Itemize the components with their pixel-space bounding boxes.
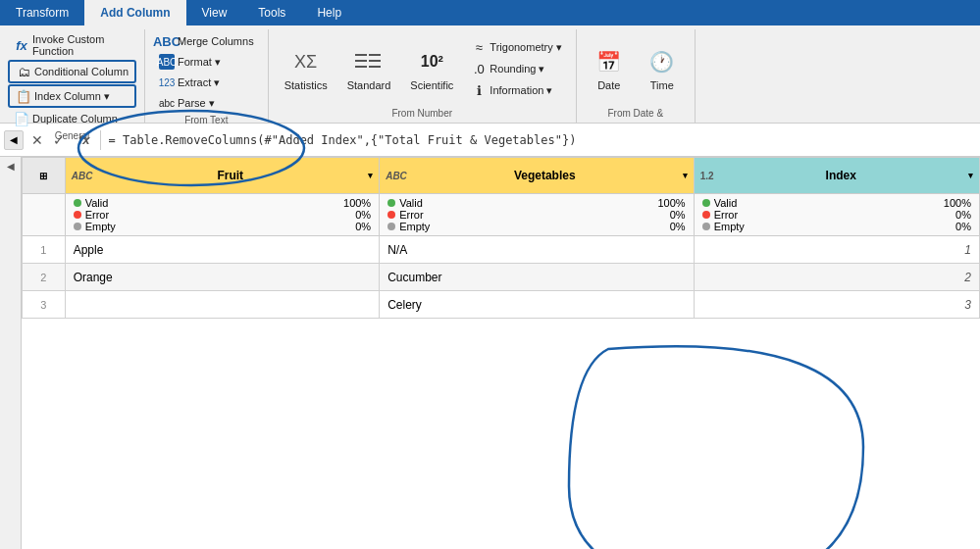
veg-stats: Valid 100% Error 0% Empty 0% [380,194,694,236]
merge-columns-icon: ABC [159,33,175,49]
confirm-button[interactable]: ✓ [49,130,69,150]
merge-columns-button[interactable]: ABC Merge Columns [153,31,260,51]
veg-empty-label: Empty [399,221,430,232]
conditional-column-icon: 🗂 [16,64,31,79]
tab-transform[interactable]: Transform [0,0,84,25]
ribbon: Transform Add Column View Tools Help fx … [0,0,980,124]
fruit-error-dot [74,211,81,219]
trigonometry-button[interactable]: ≈ Trigonometry ▾ [465,37,567,57]
tab-add-column[interactable]: Add Column [84,0,185,25]
duplicate-column-button[interactable]: 📄 Duplicate Column [8,109,136,128]
date-label: Date [597,79,620,91]
fruit-dropdown-icon[interactable]: ▾ [368,171,373,180]
veg-empty-pct: 0% [670,221,686,232]
index-column-button[interactable]: 📋 Index Column ▾ [8,84,136,108]
row-num-1: 1 [23,236,66,264]
information-icon: ℹ [471,82,487,98]
standard-button[interactable]: Standard [339,42,399,95]
ribbon-from-number-items: XΣ Statistics [277,31,568,106]
index-column-icon: 📋 [16,88,31,104]
formula-input[interactable] [105,131,976,149]
fruit-error-label: Error [85,209,109,221]
duplicate-column-icon: 📄 [14,111,29,126]
index-valid-pct: 100% [944,197,971,209]
statistics-button[interactable]: XΣ Statistics [277,42,335,95]
veg-error-dot [387,211,395,219]
fruit-stats: Valid 100% Error 0% Empty 0% [65,194,379,236]
extract-icon: 123 [159,75,175,90]
information-button[interactable]: ℹ Information ▾ [465,80,567,100]
index-column-label: Index Column ▾ [34,90,110,103]
collapse-arrow: ◀ [7,161,15,172]
fruit-valid-pct: 100% [343,197,371,209]
veg-empty-stat: Empty 0% [387,221,685,232]
data-table: ⊞ ABC Fruit ▾ ABC Vegetables [22,157,980,319]
sidebar-collapse[interactable]: ◀ [0,157,22,549]
scientific-icon: 10² [416,46,447,77]
table-selector-icon: ⊞ [39,171,47,181]
veg-error-pct: 0% [670,209,686,221]
veg-type-icon: ABC [386,171,407,181]
rounding-button[interactable]: .0 Rounding ▾ [465,59,567,78]
svg-rect-0 [355,54,367,56]
veg-dropdown-icon[interactable]: ▾ [683,171,688,180]
corner-cell: ⊞ [23,158,66,194]
fruit-cell-1: Apple [65,236,379,264]
format-button[interactable]: ABC Format ▾ [153,52,260,72]
standard-icon [353,46,385,77]
stats-row: Valid 100% Error 0% Empty 0% [23,194,980,236]
statistics-icon: XΣ [290,46,322,77]
index-stats: Valid 100% Error 0% Empty 0% [694,194,979,236]
scientific-button[interactable]: 10² Scientific [402,42,461,95]
collapse-button[interactable]: ◀ [4,130,24,150]
fruit-empty-dot [74,223,81,230]
ribbon-general-items: fx Invoke CustomFunction 🗂 Conditional C… [8,31,136,128]
tab-help[interactable]: Help [301,0,357,25]
svg-rect-5 [369,66,381,68]
from-text-group-label: From Text [184,113,228,127]
rounding-icon: .0 [471,61,487,76]
fruit-cell-2: Orange [65,264,379,291]
trigonometry-icon: ≈ [471,39,487,55]
ribbon-tab-bar: Transform Add Column View Tools Help [0,0,980,25]
information-label: Information ▾ [490,84,552,97]
from-number-group-label: From Number [391,106,452,121]
from-date-group-label: From Date & [607,106,663,121]
date-button[interactable]: 📅 Date [585,42,634,95]
fruit-empty-stat: Empty 0% [74,221,371,232]
veg-cell-3: Celery [380,291,694,319]
table-wrapper[interactable]: ⊞ ABC Fruit ▾ ABC Vegetables [22,157,980,549]
invoke-custom-function-button[interactable]: fx Invoke CustomFunction [8,31,136,59]
extract-label: Extract ▾ [178,76,220,89]
conditional-column-button[interactable]: 🗂 Conditional Column [8,60,136,83]
index-empty-label: Empty [714,221,745,232]
fx-icon: fx [14,37,29,53]
table-row: 3 Celery 3 [23,291,980,319]
veg-error-stat: Error 0% [387,209,685,221]
index-empty-pct: 0% [955,221,971,232]
fruit-valid-label: Valid [85,197,109,209]
time-button[interactable]: 🕐 Time [638,42,687,95]
index-error-label: Error [714,209,738,221]
veg-valid-dot [387,199,395,207]
tab-tools[interactable]: Tools [242,0,301,25]
fruit-valid-stat: Valid 100% [74,197,371,209]
vegetables-column-header: ABC Vegetables ▾ [380,158,694,194]
cancel-button[interactable]: ✕ [27,130,47,150]
ribbon-group-general: fx Invoke CustomFunction 🗂 Conditional C… [0,29,145,123]
veg-valid-stat: Valid 100% [387,197,685,209]
fx-label: fx [73,132,96,147]
ribbon-body: fx Invoke CustomFunction 🗂 Conditional C… [0,25,980,124]
index-dropdown-icon[interactable]: ▾ [968,171,973,180]
tab-view[interactable]: View [186,0,243,25]
index-valid-dot [702,199,710,207]
grid-area: ◀ ⊞ ABC Fruit ▾ [0,157,980,549]
row-num-3: 3 [23,291,66,319]
extract-button[interactable]: 123 Extract ▾ [153,73,260,92]
parse-button[interactable]: abc Parse ▾ [153,93,260,113]
trigonometry-label: Trigonometry ▾ [490,41,561,54]
fruit-error-pct: 0% [355,209,371,221]
index-col-header-cell: 1.2 Index ▾ [695,158,979,193]
ribbon-group-from-text: ABC Merge Columns ABC Format ▾ 123 Extra… [145,29,269,123]
fruit-col-header-cell: ABC Fruit ▾ [66,158,379,193]
